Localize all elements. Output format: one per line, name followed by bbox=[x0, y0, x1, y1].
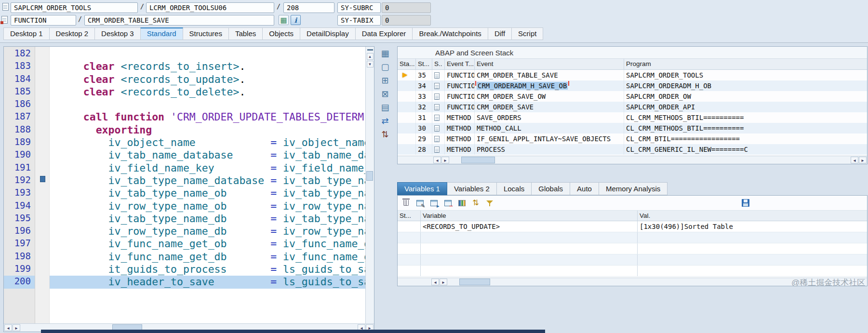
variable-value-cell[interactable] bbox=[638, 266, 867, 276]
line-number-188[interactable]: 188 bbox=[4, 124, 35, 136]
line-number-189[interactable]: 189 bbox=[4, 136, 35, 149]
display-object-button[interactable] bbox=[279, 15, 289, 25]
code-line-182[interactable] bbox=[58, 48, 365, 60]
tab-structures[interactable]: Structures bbox=[183, 27, 229, 40]
splitter-handle[interactable] bbox=[40, 176, 45, 182]
stack-row-28[interactable]: 28METHODPROCESSCL_CRM_GENERIC_IL_NEW====… bbox=[398, 144, 867, 155]
code-line-184[interactable]: clear <records_to_update>. bbox=[58, 73, 365, 86]
code-line-191[interactable]: iv_field_name_key = iv_field_name_ bbox=[58, 162, 365, 174]
code-line-193[interactable]: iv_tab_type_name_ob = iv_tab_type_na bbox=[58, 187, 365, 200]
sort-values-icon[interactable]: ⇅ bbox=[471, 198, 481, 208]
save-layout-icon[interactable] bbox=[741, 198, 750, 208]
stack-column-header-s[interactable]: S.. bbox=[432, 59, 445, 69]
code-line-195[interactable]: iv_tab_type_name_db = iv_tab_type_na bbox=[58, 213, 365, 225]
scroll-left-icon[interactable] bbox=[4, 324, 12, 331]
line-number-193[interactable]: 193 bbox=[4, 187, 35, 200]
code-line-183[interactable]: clear <records_to_insert>. bbox=[58, 60, 365, 73]
variable-value-cell[interactable]: [1x30(496)]Sorted Table bbox=[638, 221, 867, 232]
horizontal-scroll-thumb[interactable] bbox=[459, 279, 490, 285]
function-name-field[interactable]: CRM_ORDER_TABLE_SAVE bbox=[84, 15, 274, 26]
code-line-186[interactable] bbox=[58, 98, 365, 111]
replace-tool-icon[interactable]: ▦ bbox=[379, 48, 391, 59]
code-line-196[interactable]: iv_row_type_name_db = iv_row_type_na bbox=[58, 225, 365, 238]
code-line-192[interactable]: iv_tab_type_name_database = iv_tab_type_… bbox=[58, 174, 365, 187]
variable-name-cell[interactable] bbox=[421, 232, 638, 243]
variable-row[interactable] bbox=[398, 243, 867, 254]
filter-icon[interactable] bbox=[485, 198, 494, 208]
tab-tables[interactable]: Tables bbox=[228, 27, 263, 40]
variable-name-cell[interactable] bbox=[421, 266, 638, 276]
stack-event-cell[interactable]: PROCESS bbox=[475, 144, 624, 155]
tab-variables-2[interactable]: Variables 2 bbox=[447, 182, 497, 195]
split-screen-icon[interactable]: ⊞ bbox=[379, 75, 391, 86]
tab-memory-analysis[interactable]: Memory Analysis bbox=[599, 182, 668, 195]
variable-row[interactable]: <RECORDS_TO_UPDATE>[1x30(496)]Sorted Tab… bbox=[398, 221, 867, 232]
line-number-195[interactable]: 195 bbox=[4, 213, 35, 225]
object-type-field[interactable]: FUNCTION bbox=[11, 15, 76, 26]
stack-event-cell[interactable]: CRM_ORDER_SAVE_OW bbox=[475, 91, 624, 102]
scroll-down-icon[interactable] bbox=[367, 61, 374, 67]
tab-diff[interactable]: Diff bbox=[488, 27, 512, 40]
tab-break-watchpoints[interactable]: Break./Watchpoints bbox=[412, 27, 488, 40]
stack-event-cell[interactable]: SAVE_ORDERS bbox=[475, 112, 624, 123]
stack-column-header-event-t[interactable]: Event T... bbox=[445, 59, 475, 69]
stack-row-32[interactable]: 32FUNCTIOCRM_ORDER_SAVESAPLCRM_ORDER_API bbox=[398, 102, 867, 112]
code-line-199[interactable]: it_guids_to_process = ls_guids_to_sa bbox=[58, 263, 365, 276]
columns-icon[interactable] bbox=[457, 198, 467, 208]
line-number-182[interactable]: 182 bbox=[4, 48, 35, 60]
tab-auto[interactable]: Auto bbox=[570, 182, 599, 195]
stack-column-header-event[interactable]: Event bbox=[475, 59, 624, 69]
variables-column-header-variable[interactable]: Variable bbox=[421, 211, 638, 221]
variable-name-cell[interactable]: <RECORDS_TO_UPDATE> bbox=[421, 221, 638, 232]
line-number-190[interactable]: 190 bbox=[4, 149, 35, 161]
line-number-184[interactable]: 184 bbox=[4, 73, 35, 86]
tab-script[interactable]: Script bbox=[511, 27, 543, 40]
stack-event-cell[interactable]: METHOD_CALL bbox=[475, 123, 624, 133]
tab-globals[interactable]: Globals bbox=[531, 182, 570, 195]
program-field[interactable]: SAPLCRM_ORDER_TOOLS bbox=[11, 2, 138, 13]
code-line-194[interactable]: iv_row_type_name_ob = iv_row_type_na bbox=[58, 200, 365, 213]
selected-event-cell[interactable]: CRM_ORDERADM_H_SAVE_OB bbox=[477, 82, 568, 90]
code-line-198[interactable]: iv_func_name_get_db = iv_func_name_g bbox=[58, 251, 365, 263]
info-button[interactable] bbox=[291, 15, 301, 25]
line-number-194[interactable]: 194 bbox=[4, 200, 35, 213]
scroll-right-icon[interactable] bbox=[859, 157, 867, 163]
variable-value-cell[interactable] bbox=[638, 243, 867, 254]
line-number-198[interactable]: 198 bbox=[4, 251, 35, 263]
delete-variable-icon[interactable] bbox=[401, 198, 411, 208]
variable-row[interactable] bbox=[398, 266, 867, 277]
stack-row-29[interactable]: 29METHODIF_GENIL_APPL_INTLAY~SAVE_OBJECT… bbox=[398, 133, 867, 144]
tab-desktop-2[interactable]: Desktop 2 bbox=[49, 27, 95, 40]
sort-tool-icon[interactable]: ⇅ bbox=[379, 129, 391, 140]
scroll-left-icon[interactable] bbox=[851, 157, 858, 163]
code-line-190[interactable]: iv_tab_name_database = iv_tab_name_da bbox=[58, 149, 365, 161]
stack-event-cell[interactable]: CRM_ORDER_TABLE_SAVE bbox=[475, 70, 624, 80]
stack-row-30[interactable]: 30METHODMETHOD_CALLCL_CRM_METHODS_BTIL==… bbox=[398, 123, 867, 133]
stack-event-cell[interactable]: CRM_ORDER_SAVE bbox=[475, 102, 624, 112]
variable-name-cell[interactable] bbox=[421, 254, 638, 265]
scroll-right-icon[interactable] bbox=[441, 157, 449, 163]
stack-column-header-st[interactable]: St... bbox=[416, 59, 432, 69]
stack-row-31[interactable]: 31METHODSAVE_ORDERSCL_CRM_METHODS_BTIL==… bbox=[398, 112, 867, 123]
line-number-196[interactable]: 196 bbox=[4, 225, 35, 238]
line-number-197[interactable]: 197 bbox=[4, 238, 35, 250]
tab-objects[interactable]: Objects bbox=[262, 27, 300, 40]
code-line-187[interactable]: call function 'CRM_ORDER_UPDATE_TABLES_D… bbox=[58, 111, 365, 123]
sy-subrc-label-field[interactable]: SY-SUBRC bbox=[337, 2, 381, 13]
scroll-right-icon[interactable] bbox=[440, 279, 447, 285]
code-line-189[interactable]: iv_object_name = iv_object_name bbox=[58, 136, 365, 149]
variable-name-cell[interactable] bbox=[421, 243, 638, 254]
stack-event-cell[interactable]: IF_GENIL_APPL_INTLAY~SAVE_OBJECTS bbox=[475, 133, 624, 144]
line-number-185[interactable]: 185 bbox=[4, 86, 35, 98]
scroll-right-icon[interactable] bbox=[13, 324, 20, 331]
split-view-handle[interactable] bbox=[367, 49, 373, 51]
new-tool-icon[interactable]: ▢ bbox=[379, 62, 391, 72]
sy-tabix-label-field[interactable]: SY-TABIX bbox=[337, 15, 381, 26]
line-number-199[interactable]: 199 bbox=[4, 263, 35, 276]
vertical-scroll-thumb[interactable] bbox=[366, 171, 373, 181]
code-line-197[interactable]: iv_func_name_get_ob = iv_func_name_g bbox=[58, 238, 365, 250]
variable-row[interactable] bbox=[398, 232, 867, 243]
close-tool-icon[interactable]: ⊠ bbox=[379, 89, 391, 99]
scroll-left-icon[interactable] bbox=[433, 157, 441, 163]
tab-locals[interactable]: Locals bbox=[496, 182, 532, 195]
